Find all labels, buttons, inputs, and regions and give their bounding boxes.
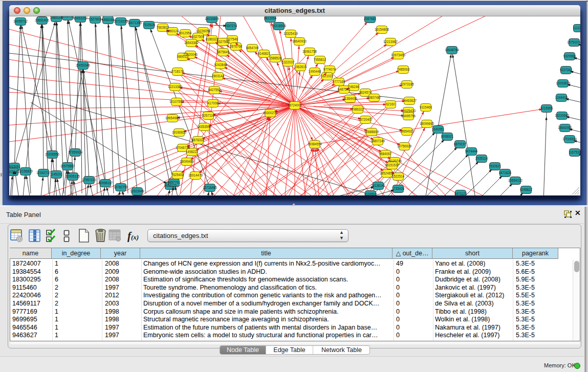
svg-text:3624574: 3624574: [359, 91, 372, 94]
svg-text:8427552: 8427552: [208, 88, 221, 92]
svg-text:18099489: 18099489: [180, 160, 194, 163]
svg-text:8454749: 8454749: [246, 46, 259, 50]
svg-text:13495756: 13495756: [401, 114, 416, 118]
svg-text:7485063: 7485063: [397, 68, 410, 71]
svg-text:18724007: 18724007: [288, 103, 302, 107]
svg-text:16914479: 16914479: [188, 173, 203, 177]
svg-text:10975867: 10975867: [60, 164, 75, 168]
svg-text:2803144: 2803144: [212, 74, 225, 78]
svg-text:9242848: 9242848: [214, 63, 227, 67]
svg-text:1527602: 1527602: [89, 17, 102, 21]
svg-text:10025433: 10025433: [401, 109, 416, 113]
svg-text:13226058: 13226058: [196, 29, 211, 33]
svg-text:16671355: 16671355: [127, 21, 142, 25]
svg-text:13325419: 13325419: [284, 32, 298, 35]
svg-text:18807249: 18807249: [371, 139, 385, 143]
svg-text:15720407: 15720407: [358, 118, 373, 121]
svg-text:1962615: 1962615: [294, 65, 307, 69]
svg-text:14463627: 14463627: [402, 99, 417, 102]
svg-text:1498222: 1498222: [186, 150, 199, 154]
svg-text:16154808: 16154808: [375, 28, 389, 31]
svg-text:746246: 746246: [348, 85, 359, 89]
svg-text:8960124: 8960124: [166, 29, 179, 33]
svg-text:9227342: 9227342: [560, 68, 573, 72]
svg-text:10654122: 10654122: [508, 179, 523, 182]
svg-text:14353594: 14353594: [197, 125, 212, 128]
svg-text:15692951: 15692951: [558, 126, 573, 129]
svg-text:2087682: 2087682: [364, 17, 377, 20]
svg-text:9857791: 9857791: [168, 181, 181, 184]
svg-text:16782759: 16782759: [114, 185, 128, 189]
svg-text:19654923: 19654923: [400, 129, 415, 133]
svg-text:16151512: 16151512: [385, 163, 400, 167]
svg-text:7515526: 7515526: [143, 23, 156, 27]
svg-text:10107552: 10107552: [169, 100, 184, 103]
svg-text:6466160: 6466160: [102, 18, 115, 21]
svg-text:1522514: 1522514: [392, 174, 405, 178]
svg-text:9474444: 9474444: [465, 149, 478, 153]
svg-text:12213383: 12213383: [168, 85, 183, 89]
svg-text:19166825: 19166825: [172, 130, 187, 134]
svg-text:9329966: 9329966: [563, 54, 576, 58]
svg-text:1990448: 1990448: [309, 70, 321, 73]
svg-text:989011: 989011: [178, 55, 188, 58]
svg-text:16120746: 16120746: [387, 159, 402, 163]
svg-text:12342717: 12342717: [36, 171, 51, 174]
svg-text:9245612: 9245612: [520, 188, 533, 191]
svg-text:2935114: 2935114: [475, 157, 488, 160]
svg-text:6879197: 6879197: [454, 142, 467, 146]
svg-text:1145191: 1145191: [50, 172, 63, 176]
svg-text:7955812: 7955812: [314, 58, 326, 61]
svg-text:10688609: 10688609: [364, 130, 379, 134]
svg-text:62160: 62160: [386, 102, 395, 106]
svg-text:3215955: 3215955: [540, 106, 553, 110]
svg-text:19384554: 19384554: [308, 142, 322, 146]
svg-text:3915061: 3915061: [9, 165, 21, 168]
svg-text:1621022: 1621022: [321, 74, 334, 78]
svg-text:16648784: 16648784: [445, 48, 460, 52]
svg-text:20053346: 20053346: [76, 63, 91, 67]
svg-text:18099695: 18099695: [420, 122, 434, 125]
svg-text:417006: 417006: [207, 101, 219, 105]
svg-text:1733426: 1733426: [392, 187, 405, 190]
svg-text:10958107: 10958107: [98, 181, 113, 185]
svg-text:2205733: 2205733: [61, 16, 74, 18]
svg-text:10719155: 10719155: [114, 19, 128, 23]
svg-text:1640951: 1640951: [432, 127, 445, 131]
svg-text:8813054: 8813054: [264, 16, 277, 20]
svg-text:17046738: 17046738: [176, 146, 190, 149]
svg-text:12923448: 12923448: [130, 189, 145, 193]
svg-text:7663822: 7663822: [157, 26, 169, 29]
svg-text:2718176: 2718176: [171, 70, 184, 73]
svg-text:14136141: 14136141: [371, 184, 386, 187]
svg-text:8471626: 8471626: [499, 171, 512, 174]
svg-text:10653267: 10653267: [73, 16, 88, 20]
svg-text:7986322: 7986322: [352, 107, 364, 111]
svg-text:16961758: 16961758: [302, 50, 317, 53]
svg-text:14055712: 14055712: [13, 19, 28, 23]
svg-text:9684067: 9684067: [379, 152, 392, 156]
svg-text:21364436: 21364436: [343, 97, 358, 100]
svg-text:9115460: 9115460: [420, 105, 432, 109]
svg-text:3875645: 3875645: [217, 50, 230, 54]
svg-text:19218506: 19218506: [272, 24, 287, 28]
svg-text:20691406: 20691406: [35, 18, 50, 22]
svg-text:9124502: 9124502: [364, 192, 377, 195]
svg-text:12156829: 12156829: [18, 169, 33, 173]
svg-text:10973493: 10973493: [391, 53, 406, 57]
svg-text:10807487: 10807487: [367, 96, 382, 99]
svg-text:16033809: 16033809: [205, 17, 220, 20]
svg-text:1167531: 1167531: [569, 150, 580, 154]
svg-text:7632621: 7632621: [489, 164, 502, 168]
svg-text:9777169: 9777169: [333, 80, 345, 83]
svg-text:9774074: 9774074: [323, 68, 336, 71]
svg-text:7357274: 7357274: [225, 24, 237, 28]
svg-text:327546: 327546: [227, 37, 238, 41]
svg-text:1244415: 1244415: [555, 96, 568, 99]
svg-text:3267110: 3267110: [202, 114, 215, 117]
svg-text:3915141: 3915141: [9, 170, 19, 173]
svg-text:8912954: 8912954: [179, 31, 192, 35]
svg-text:17359924: 17359924: [68, 150, 83, 154]
svg-text:15718485: 15718485: [203, 186, 217, 189]
svg-text:19654985: 19654985: [165, 116, 180, 120]
